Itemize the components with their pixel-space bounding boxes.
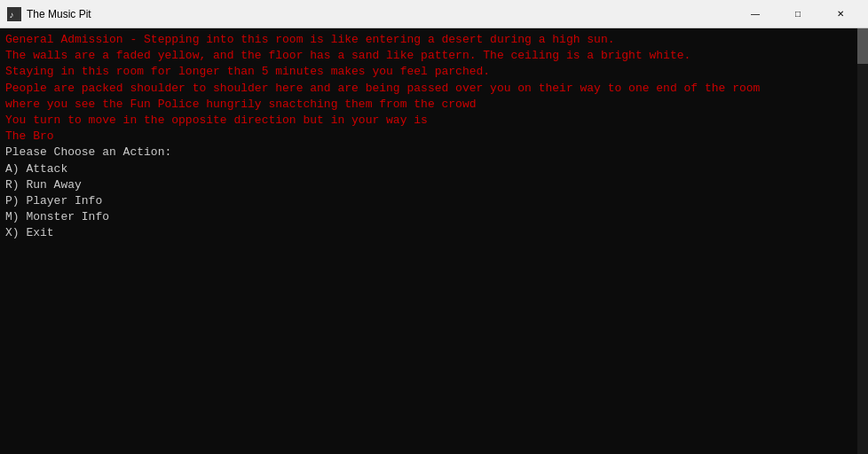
scrollbar[interactable] [857,28,868,454]
svg-text:♪: ♪ [9,11,14,20]
terminal-line: A) Attack [5,161,863,177]
terminal-body: General Admission - Stepping into this r… [0,28,868,454]
terminal-content: General Admission - Stepping into this r… [5,32,863,241]
terminal-line: Please Choose an Action: [5,145,863,160]
terminal-line: General Admission - Stepping into this r… [5,32,863,48]
terminal-line: P) Player Info [5,193,863,209]
window-controls: — □ ✕ [735,0,861,28]
terminal-line: R) Run Away [5,177,863,193]
terminal-line: Staying in this room for longer than 5 m… [5,64,863,80]
terminal-line: You turn to move in the opposite directi… [5,113,863,129]
terminal-line: M) Monster Info [5,209,863,225]
terminal-line: where you see the Fun Police hungrily sn… [5,97,863,113]
window-chrome: ♪ The Music Pit — □ ✕ [0,0,868,28]
close-button[interactable]: ✕ [820,0,861,28]
window-icon: ♪ [7,7,21,21]
terminal-line: People are packed shoulder to shoulder h… [5,81,863,97]
maximize-button[interactable]: □ [777,0,818,28]
scrollbar-thumb[interactable] [857,28,868,64]
terminal-line: The Bro [5,129,863,145]
minimize-button[interactable]: — [735,0,776,28]
terminal-line: The walls are a faded yellow, and the fl… [5,48,863,64]
terminal-line: X) Exit [5,225,863,241]
window-title: The Music Pit [27,8,735,20]
